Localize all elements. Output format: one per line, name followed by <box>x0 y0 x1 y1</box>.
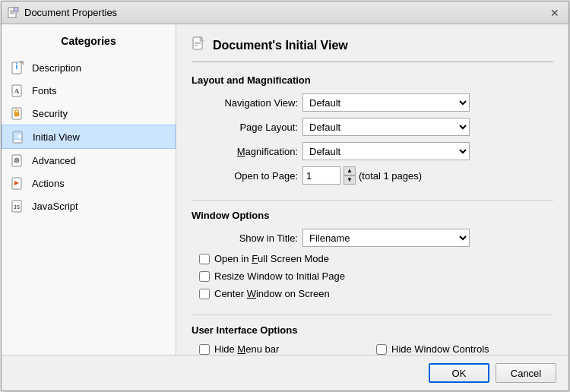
open-to-page-spinbox: 1 ▲ ▼ (total 1 pages) <box>302 166 422 185</box>
svg-rect-14 <box>18 132 21 134</box>
hide-menu-checkbox[interactable] <box>199 344 210 355</box>
sidebar-item-advanced[interactable]: Advanced <box>2 149 176 172</box>
dialog-footer: OK Cancel <box>2 355 568 390</box>
main-panel-title: Document's Initial View <box>213 39 348 52</box>
close-button[interactable]: ✕ <box>547 5 562 21</box>
main-panel: Document's Initial View Layout and Magni… <box>176 24 568 355</box>
open-to-page-label: Open to Page: <box>192 170 298 182</box>
layout-magnification-title: Layout and Magnification <box>192 74 553 86</box>
open-fullscreen-row: Open in Full Screen Mode <box>192 253 553 264</box>
titlebar-left: Document Properties <box>8 7 117 19</box>
layout-magnification-section: Layout and Magnification Navigation View… <box>192 74 553 185</box>
resize-window-checkbox[interactable] <box>199 271 210 282</box>
page-layout-row: Page Layout: Default <box>192 118 553 136</box>
show-in-title-row: Show in Title: Filename <box>192 229 553 247</box>
page-layout-control: Default <box>302 118 470 136</box>
resize-window-label: Resize Window to Initial Page <box>214 270 345 282</box>
view-icon <box>11 129 27 144</box>
main-panel-header: Document's Initial View <box>192 36 553 62</box>
open-to-page-row: Open to Page: 1 ▲ ▼ (total 1 pages) <box>192 166 553 185</box>
ui-options-section: User Interface Options Hide Menu bar Hid… <box>192 324 553 355</box>
page-layout-select[interactable]: Default <box>302 118 470 136</box>
sidebar-item-security[interactable]: Security <box>2 102 176 125</box>
spinbox-down-button[interactable]: ▼ <box>344 175 356 185</box>
magnification-select[interactable]: Default <box>302 142 470 160</box>
magnification-row: Magnification: Default <box>192 142 553 160</box>
magnification-control: Default <box>302 142 470 160</box>
spinbox-buttons: ▲ ▼ <box>344 166 356 185</box>
script-icon: JS <box>11 198 26 213</box>
sidebar: Categories i Description A <box>2 24 176 355</box>
sidebar-item-advanced-label: Advanced <box>32 155 76 166</box>
show-in-title-control: Filename <box>302 229 470 247</box>
spinbox-up-button[interactable]: ▲ <box>344 166 356 175</box>
show-in-title-select[interactable]: Filename <box>302 229 470 247</box>
section-divider-1 <box>192 200 553 201</box>
svg-rect-25 <box>195 42 201 43</box>
sidebar-item-fonts[interactable]: A Fonts <box>2 79 176 102</box>
svg-rect-26 <box>195 43 201 44</box>
sidebar-header: Categories <box>2 32 176 56</box>
center-window-row: Center Window on Screen <box>192 288 553 299</box>
navigation-view-label: Navigation View: <box>192 97 298 109</box>
hide-menu-row: Hide Menu bar <box>199 343 376 355</box>
svg-rect-15 <box>14 138 21 140</box>
ok-button[interactable]: OK <box>429 363 489 383</box>
dialog-window: Document Properties ✕ Categories i Descr… <box>1 1 569 391</box>
sidebar-item-javascript-label: JavaScript <box>32 201 78 212</box>
svg-text:A: A <box>14 87 20 95</box>
hide-menu-label: Hide Menu bar <box>214 343 279 355</box>
cancel-button[interactable]: Cancel <box>496 363 556 383</box>
navigation-view-control: Default <box>302 93 470 112</box>
svg-rect-13 <box>14 132 17 138</box>
navigation-view-row: Navigation View: Default <box>192 93 553 112</box>
open-fullscreen-checkbox[interactable] <box>199 254 210 264</box>
sidebar-item-description-label: Description <box>32 62 81 74</box>
dialog-content: Categories i Description A <box>2 24 568 355</box>
actions-icon <box>11 175 26 191</box>
hide-window-controls-checkbox[interactable] <box>376 344 387 355</box>
svg-point-18 <box>16 160 17 161</box>
svg-text:JS: JS <box>14 204 20 210</box>
sidebar-item-javascript[interactable]: JS JavaScript <box>2 194 176 217</box>
svg-rect-11 <box>14 112 19 116</box>
magnification-label: Magnification: <box>192 146 298 157</box>
ui-options-grid: Hide Menu bar Hide Window Controls Hide … <box>192 343 553 355</box>
main-header-icon <box>192 36 207 54</box>
gear-icon <box>11 153 26 168</box>
lock-icon <box>11 106 26 121</box>
open-fullscreen-label: Open in Full Screen Mode <box>214 253 329 264</box>
navigation-view-select[interactable]: Default <box>302 93 470 112</box>
window-options-section: Window Options Show in Title: Filename O… <box>192 210 553 299</box>
svg-rect-27 <box>195 45 198 46</box>
dialog-title: Document Properties <box>24 7 117 18</box>
show-in-title-label: Show in Title: <box>192 232 298 244</box>
hide-window-controls-row: Hide Window Controls <box>376 343 553 355</box>
ui-options-title: User Interface Options <box>192 324 553 336</box>
info-icon: i <box>11 60 26 75</box>
sidebar-item-security-label: Security <box>32 108 68 119</box>
dialog-icon <box>8 7 20 19</box>
center-window-label: Center Window on Screen <box>214 288 330 299</box>
sidebar-item-actions[interactable]: Actions <box>2 172 176 194</box>
font-icon: A <box>11 83 26 98</box>
window-options-title: Window Options <box>192 210 553 221</box>
total-pages-label: (total 1 pages) <box>359 170 422 182</box>
sidebar-item-fonts-label: Fonts <box>32 85 57 96</box>
sidebar-item-initial-view[interactable]: Initial View <box>2 125 176 149</box>
hide-window-controls-label: Hide Window Controls <box>391 343 489 355</box>
titlebar: Document Properties ✕ <box>2 2 568 24</box>
svg-text:i: i <box>16 62 18 71</box>
section-divider-2 <box>192 315 553 315</box>
open-to-page-input[interactable]: 1 <box>302 166 340 185</box>
resize-window-row: Resize Window to Initial Page <box>192 270 553 282</box>
center-window-checkbox[interactable] <box>199 289 210 299</box>
sidebar-item-description[interactable]: i Description <box>2 56 176 79</box>
sidebar-item-actions-label: Actions <box>32 178 65 189</box>
sidebar-item-initial-view-label: Initial View <box>33 131 80 143</box>
page-layout-label: Page Layout: <box>192 122 298 133</box>
